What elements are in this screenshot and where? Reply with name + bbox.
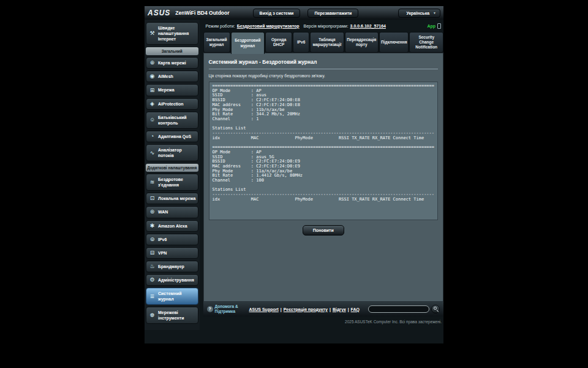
sidebar-item-label: Карта мережі	[158, 60, 186, 66]
sidebar-item-ipv6[interactable]: ⊚ IPv6	[146, 234, 198, 245]
sidebar-nav: ⚒ Швидке налаштування Інтернет Загальний…	[145, 20, 200, 330]
sidebar-item-label: Адаптивна QoS	[158, 134, 191, 139]
speedometer-icon: ◔	[148, 134, 156, 139]
operation-mode-label: Режим роботи:	[206, 24, 235, 28]
tab-connections[interactable]: Підключення	[379, 32, 409, 53]
footer-link-product-registration[interactable]: Реєстрація продукту	[284, 307, 328, 312]
sidebar-item-network[interactable]: ⊞ Мережа	[146, 84, 198, 96]
sidebar-item-label: Брандмауер	[158, 264, 184, 269]
sidebar-item-administration[interactable]: ⚙ Адміністрування	[146, 274, 198, 286]
app-link[interactable]: App	[427, 23, 441, 29]
shield-icon: ◈	[148, 101, 156, 107]
sidebar-item-parental-controls[interactable]: ☺ Батьківський контроль	[146, 112, 198, 129]
sidebar-item-label: Адміністрування	[158, 277, 194, 283]
tab-wireless-log[interactable]: Бездротовий журнал	[231, 32, 265, 54]
quick-setup-icon: ⚒	[148, 31, 156, 36]
help-support-label: Допомога & Підтримка	[215, 304, 245, 314]
top-bar: ASUS ZenWiFi BD4 Outdoor Вихід з системи…	[145, 6, 443, 20]
sidebar-item-aimesh[interactable]: ◉ AiMesh	[146, 71, 198, 82]
search-input[interactable]	[368, 305, 429, 313]
network-icon: ⊞	[148, 88, 156, 93]
sidebar-item-label: VPN	[158, 250, 167, 256]
sidebar-item-label: AiProtection	[158, 101, 184, 107]
sidebar-item-traffic-analyzer[interactable]: ∿ Аналізатор потоків	[146, 144, 198, 161]
footer-link-separator: |	[330, 307, 331, 312]
footer-link-asus-support[interactable]: ASUS Support	[249, 307, 279, 312]
sidebar-item-label: Аналізатор потоків	[158, 147, 196, 158]
sidebar-item-vpn[interactable]: ⊟ VPN	[146, 247, 198, 259]
tab-ipv6[interactable]: IPv6	[293, 32, 309, 53]
tab-security-change-notification[interactable]: Security Change Notification	[409, 32, 443, 53]
vpn-icon: ⊟	[148, 250, 156, 256]
help-question-icon: ?	[207, 306, 213, 312]
status-info-bar: Режим роботи: Бездротовий маршрутизатор …	[203, 20, 443, 32]
alexa-icon: ✱	[148, 223, 156, 229]
language-selector[interactable]: Українська ▼	[398, 9, 440, 18]
refresh-button[interactable]: Поновити	[303, 225, 344, 236]
sidebar-item-label: AiMesh	[158, 74, 173, 79]
phone-icon	[437, 23, 441, 29]
network-map-icon: ⊕	[148, 60, 156, 66]
firmware-version-label: Версія мікропрограми:	[304, 24, 349, 28]
tools-icon: ☸	[148, 313, 156, 318]
sidebar-item-label: Мережеві інструменти	[158, 310, 196, 321]
sidebar-item-label: Локальна мережа	[158, 196, 196, 201]
sidebar-item-label: Системний журнал	[158, 291, 196, 302]
log-document-icon: ≣	[148, 294, 156, 299]
flame-icon: ♨	[148, 264, 156, 269]
page-description: Ця сторінка показує подробиці статусу бе…	[209, 74, 438, 78]
sidebar-section-advanced: Додаткові налаштування	[146, 164, 198, 172]
aimesh-icon: ◉	[148, 74, 156, 79]
sidebar-item-network-tools[interactable]: ☸ Мережеві інструменти	[146, 307, 198, 324]
footer-link-separator: |	[281, 307, 282, 312]
search-button[interactable]	[431, 305, 440, 313]
wireless-log-textarea[interactable]: ========================================…	[209, 82, 438, 220]
sidebar-item-wan[interactable]: ⊛ WAN	[146, 206, 198, 218]
logout-button[interactable]: Вихід з системи	[253, 9, 301, 18]
monitor-icon: ⊡	[148, 196, 156, 201]
page-title: Системний журнал - Бездротовий журнал	[209, 57, 438, 69]
search-icon	[434, 307, 437, 310]
gear-icon: ⚙	[148, 277, 156, 283]
ipv6-icon: ⊚	[148, 237, 156, 242]
sidebar-item-label: Мережа	[158, 87, 175, 93]
footer-link-separator: |	[348, 307, 349, 312]
globe-icon: ⊛	[148, 209, 156, 215]
sidebar-item-system-log[interactable]: ≣ Системний журнал	[146, 288, 198, 305]
tab-routing-table[interactable]: Таблиця маршрутизації	[310, 32, 344, 53]
footer-link-feedback[interactable]: Відгук	[333, 307, 346, 312]
firmware-version-link[interactable]: 3.0.0.6.102_57164	[350, 24, 386, 28]
copyright-text: 2025 ASUSTeK Computer Inc. Всі права зас…	[203, 316, 443, 330]
log-tabs: Загальний журнал Бездротовий журнал Орен…	[203, 32, 443, 53]
tab-general-log[interactable]: Загальний журнал	[203, 32, 230, 53]
sidebar-item-wireless[interactable]: ≋ Бездротове з'єднання	[146, 174, 198, 191]
operation-mode-link[interactable]: Бездротовий маршрутизатор	[237, 24, 300, 28]
main-panel: Системний журнал - Бездротовий журнал Ця…	[203, 53, 443, 302]
waveform-icon: ∿	[148, 150, 156, 156]
sidebar-section-general: Загальний	[146, 47, 198, 55]
sidebar-item-amazon-alexa[interactable]: ✱ Amazon Alexa	[146, 220, 198, 232]
footer-search	[368, 305, 440, 313]
sidebar-item-aiprotection[interactable]: ◈ AiProtection	[146, 98, 198, 110]
help-support-link[interactable]: ? Допомога & Підтримка	[207, 304, 245, 314]
sidebar-item-label: Amazon Alexa	[158, 223, 187, 229]
sidebar-item-lan[interactable]: ⊡ Локальна мережа	[146, 193, 198, 204]
parental-controls-icon: ☺	[148, 117, 156, 123]
app-link-label: App	[427, 24, 435, 28]
reboot-button[interactable]: Перезавантажити	[307, 9, 358, 18]
sidebar-item-firewall[interactable]: ♨ Брандмауер	[146, 261, 198, 272]
chevron-down-icon: ▼	[433, 11, 436, 15]
sidebar-item-adaptive-qos[interactable]: ◔ Адаптивна QoS	[146, 131, 198, 142]
sidebar-item-label: Батьківський контроль	[158, 115, 196, 126]
tab-dhcp-leases[interactable]: Оренда DHCP	[265, 32, 292, 53]
wifi-icon: ≋	[148, 180, 156, 185]
sidebar-item-network-map[interactable]: ⊕ Карта мережі	[146, 57, 198, 69]
asus-logo: ASUS	[148, 9, 170, 17]
language-selected-label: Українська	[406, 11, 429, 15]
sidebar-item-label: Бездротове з'єднання	[158, 177, 196, 188]
footer-link-faq[interactable]: FAQ	[351, 307, 360, 312]
footer-bar: ? Допомога & Підтримка ASUS Support | Ре…	[203, 302, 443, 316]
router-model-name: ZenWiFi BD4 Outdoor	[175, 10, 229, 16]
sidebar-item-quick-internet-setup[interactable]: ⚒ Швидке налаштування Інтернет	[146, 22, 198, 45]
tab-port-forwarding[interactable]: Переадресація порту	[345, 32, 379, 53]
